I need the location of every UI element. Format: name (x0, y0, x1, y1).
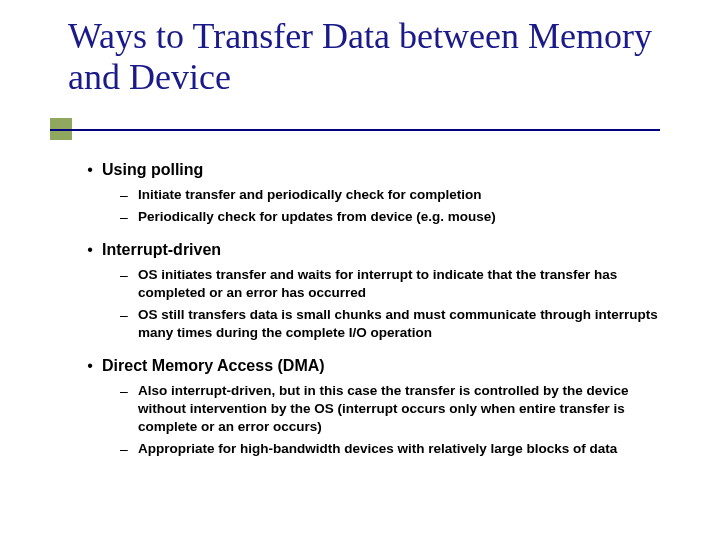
accent-underline (50, 129, 660, 131)
list-item: – Appropriate for high-bandwidth devices… (120, 440, 668, 458)
slide-title-block: Ways to Transfer Data between Memory and… (68, 16, 668, 99)
dash-icon: – (120, 440, 138, 458)
list-item: • Using polling (78, 160, 668, 180)
list-heading: Using polling (102, 160, 203, 180)
list-text: Initiate transfer and periodically check… (138, 186, 482, 204)
sublist: – Also interrupt-driven, but in this cas… (120, 382, 668, 458)
dash-icon: – (120, 382, 138, 400)
list-item: – Initiate transfer and periodically che… (120, 186, 668, 204)
slide-content: • Using polling – Initiate transfer and … (78, 160, 668, 472)
list-heading: Direct Memory Access (DMA) (102, 356, 325, 376)
bullet-icon: • (78, 160, 102, 180)
dash-icon: – (120, 306, 138, 324)
sublist: – Initiate transfer and periodically che… (120, 186, 668, 226)
list-item: – OS initiates transfer and waits for in… (120, 266, 668, 302)
slide-title: Ways to Transfer Data between Memory and… (68, 16, 668, 99)
dash-icon: – (120, 208, 138, 226)
list-text: Periodically check for updates from devi… (138, 208, 496, 226)
bullet-icon: • (78, 240, 102, 260)
dash-icon: – (120, 266, 138, 284)
dash-icon: – (120, 186, 138, 204)
list-item: – OS still transfers data is small chunk… (120, 306, 668, 342)
bullet-icon: • (78, 356, 102, 376)
list-text: OS initiates transfer and waits for inte… (138, 266, 668, 302)
list-item: • Interrupt-driven (78, 240, 668, 260)
list-heading: Interrupt-driven (102, 240, 221, 260)
sublist: – OS initiates transfer and waits for in… (120, 266, 668, 342)
list-text: Appropriate for high-bandwidth devices w… (138, 440, 617, 458)
list-item: – Periodically check for updates from de… (120, 208, 668, 226)
list-text: OS still transfers data is small chunks … (138, 306, 668, 342)
list-item: – Also interrupt-driven, but in this cas… (120, 382, 668, 436)
list-text: Also interrupt-driven, but in this case … (138, 382, 668, 436)
list-item: • Direct Memory Access (DMA) (78, 356, 668, 376)
